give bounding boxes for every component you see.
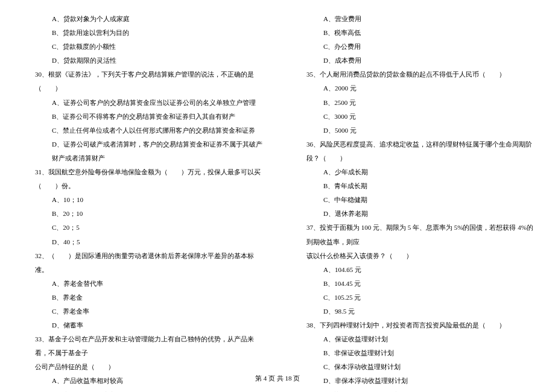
q29-option-b: B、贷款用途以营利为目的 <box>18 26 265 40</box>
q37-option-b: B、104.45 元 <box>290 277 537 291</box>
q32-option-d: D、储蓄率 <box>18 318 265 332</box>
left-column: A、贷款对象为个人或家庭 B、贷款用途以营利为目的 C、贷款额度的小额性 D、贷… <box>18 12 265 362</box>
q31-option-d: D、40；5 <box>18 235 265 249</box>
q35-stem: 35、个人耐用消费品贷款的贷款金额的起点不得低于人民币（ ） <box>290 68 537 81</box>
q35-option-d: D、5000 元 <box>290 124 537 138</box>
q37-option-a: A、104.65 元 <box>290 263 537 277</box>
q32-option-a: A、养老金替代率 <box>18 277 265 291</box>
q32-stem: 32、（ ）是国际通用的衡量劳动者退休前后养老保障水平差异的基本标准。 <box>18 249 265 277</box>
q34-option-d: D、成本费用 <box>290 54 537 68</box>
q32-option-c: C、养老金率 <box>18 305 265 318</box>
q30-option-b: B、证券公司不得将客户的交易结算资金和证券归入其自有财产 <box>18 110 265 124</box>
q30-option-d: D、证券公司破产或者清算时，客户的交易结算资金和证券不属于其破产财产或者清算财产 <box>18 138 265 165</box>
q31-option-b: B、20；10 <box>18 207 265 221</box>
q34-option-c: C、办公费用 <box>290 40 537 54</box>
q35-option-c: C、3000 元 <box>290 110 537 124</box>
q32-option-b: B、养老金 <box>18 291 265 305</box>
q29-option-c: C、贷款额度的小额性 <box>18 40 265 54</box>
q31-option-c: C、20；5 <box>18 221 265 235</box>
q38-option-b: B、非保证收益理财计划 <box>290 346 537 360</box>
q36-option-a: A、少年成长期 <box>290 165 537 179</box>
q38-option-c: C、保本浮动收益理财计划 <box>290 360 537 374</box>
q31-stem: 31、我国航空意外险每份保单地保险金额为（ ）万元，投保人最多可以买（ ）份。 <box>18 165 265 193</box>
q34-option-b: B、税率高低 <box>290 26 537 40</box>
page-footer: 第 4 页 共 18 页 <box>0 374 555 383</box>
q37-stem-line1: 37、投资于面额为 100 元、期限为 5 年、息票率为 5%的国债，若想获得 … <box>290 221 537 248</box>
q39-stem: 39、下列关于外汇挂钩类理财产品的期权拆解的说法，错误的是（ ） <box>290 388 537 392</box>
q36-option-b: B、青年成长期 <box>290 179 537 193</box>
q33-stem-line2: 公司产品特征的是（ ） <box>18 360 265 374</box>
q29-option-a: A、贷款对象为个人或家庭 <box>18 12 265 26</box>
q36-stem: 36、风险厌恶程度提高、追求稳定收益，这样的理财特征属于哪个生命周期阶段？（ ） <box>290 138 537 165</box>
q30-option-a: A、证券公司客户的交易结算资金应当以证券公司的名义单独立户管理 <box>18 96 265 110</box>
q38-stem: 38、下列四种理财计划中，对投资者而言投资风险最低的是（ ） <box>290 318 537 332</box>
q36-option-c: C、中年稳健期 <box>290 193 537 207</box>
q34-option-a: A、营业费用 <box>290 12 537 26</box>
q30-stem: 30、根据《证券法》，下列关于客户交易结算账户管理的说法，不正确的是（ ） <box>18 68 265 95</box>
right-column: A、营业费用 B、税率高低 C、办公费用 D、成本费用 35、个人耐用消费品贷款… <box>290 12 537 362</box>
q30-option-c: C、禁止任何单位或者个人以任何形式挪用客户的交易结算资金和证券 <box>18 124 265 138</box>
q37-option-d: D、98.5 元 <box>290 305 537 318</box>
q33-option-b: B、产品标准化程度高 <box>18 388 265 392</box>
q37-option-c: C、105.25 元 <box>290 291 537 305</box>
q37-stem-line2: 该以什么价格买入该债券？（ ） <box>290 249 537 263</box>
q29-option-d: D、贷款期限的灵活性 <box>18 54 265 68</box>
two-column-layout: A、贷款对象为个人或家庭 B、贷款用途以营利为目的 C、贷款额度的小额性 D、贷… <box>18 12 537 362</box>
q33-stem-line1: 33、基金子公司在产品开发和主动管理能力上有自己独特的优势，从产品来看，不属于基… <box>18 332 265 360</box>
q38-option-a: A、保证收益理财计划 <box>290 332 537 346</box>
q35-option-b: B、2500 元 <box>290 96 537 110</box>
q36-option-d: D、退休养老期 <box>290 207 537 221</box>
q31-option-a: A、10；10 <box>18 193 265 207</box>
q35-option-a: A、2000 元 <box>290 81 537 95</box>
